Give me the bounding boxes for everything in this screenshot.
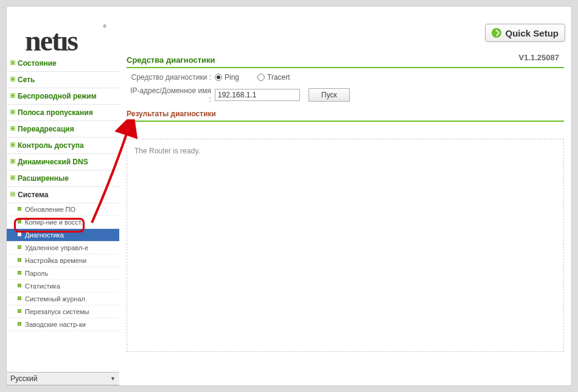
square-icon [18,220,21,223]
ip-input[interactable] [215,89,300,101]
square-icon [18,258,21,262]
radio-icon [257,74,265,81]
radio-ping[interactable]: Ping [215,73,239,82]
results-box: The Router is ready. [127,139,564,352]
sidebar-item-wireless[interactable]: Беспроводной режим [7,88,119,105]
radio-icon [215,74,222,81]
start-button[interactable]: Пуск [308,88,350,102]
subitem-password[interactable]: Пароль [7,267,119,280]
page-title: Средства диагностики [127,55,564,68]
plus-icon [10,159,15,164]
refresh-icon [492,28,501,38]
subitem-firmware[interactable]: Обновление ПО [7,203,119,216]
sidebar-item-advanced[interactable]: Расширенные [7,170,119,187]
plus-icon [10,142,15,147]
subitem-backup[interactable]: Копир-ние и восст. [7,216,119,229]
square-icon [18,284,21,287]
sidebar: Состояние Сеть Беспроводной режим Полоса… [7,55,119,385]
quick-setup-label: Quick Setup [505,28,559,38]
square-icon [18,233,21,236]
square-icon [18,322,21,326]
plus-icon [10,110,15,114]
square-icon [18,207,21,211]
brand-logo: netıs [25,24,77,57]
subitem-syslog[interactable]: Системный журнал [7,293,119,306]
quick-setup-button[interactable]: Quick Setup [485,24,565,42]
square-icon [18,245,21,249]
tool-label: Средство диагностики : [127,73,215,82]
ip-label: IP-адрес/Доменное имя : [127,86,215,103]
sidebar-item-access[interactable]: Контроль доступа [7,138,119,154]
language-value: Русский [10,374,38,383]
subitem-remote[interactable]: Удаленное управл-е [7,242,119,254]
plus-icon [10,126,15,131]
plus-icon [10,93,15,98]
square-icon [18,296,21,300]
sidebar-item-network[interactable]: Сеть [7,72,119,88]
radio-tracert[interactable]: Tracert [257,73,290,82]
sidebar-item-forwarding[interactable]: Переадресация [7,121,119,138]
plus-icon [10,175,15,180]
minus-icon [10,192,15,197]
square-icon [18,309,21,313]
language-selector[interactable]: Русский ▼ [7,372,119,385]
square-icon [18,271,21,275]
plus-icon [10,77,15,82]
plus-icon [10,60,15,65]
sidebar-item-ddns[interactable]: Динамический DNS [7,154,119,170]
main-content: Средства диагностики Средство диагностик… [119,55,571,385]
result-text: The Router is ready. [134,147,200,155]
subitem-reboot[interactable]: Перезапуск системы [7,306,119,318]
subitem-diagnostics[interactable]: Диагностика [7,229,119,242]
results-title: Результаты диагностики [127,106,564,122]
sidebar-item-system[interactable]: Система [7,187,119,203]
logo-registered: ® [103,24,106,29]
logo-text: netıs [25,24,77,57]
subitem-time[interactable]: Настройка времени [7,254,119,267]
sidebar-item-bandwidth[interactable]: Полоса пропускания [7,105,119,121]
sidebar-item-status[interactable]: Состояние [7,55,119,72]
subitem-statistics[interactable]: Статистика [7,280,119,293]
subitem-factory[interactable]: Заводские настр-ки [7,318,119,331]
chevron-down-icon: ▼ [110,376,116,382]
